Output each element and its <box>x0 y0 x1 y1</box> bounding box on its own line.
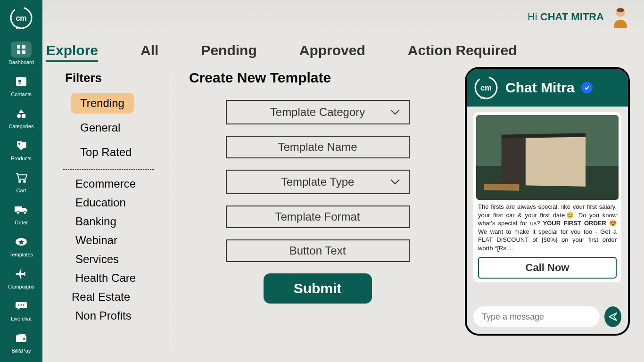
svg-point-9 <box>17 114 21 118</box>
filter-trending[interactable]: Trending <box>71 93 134 114</box>
filter-banking[interactable]: Banking <box>52 212 165 231</box>
plane-icon <box>15 269 27 279</box>
sidebar-item-contacts[interactable]: Contacts <box>11 74 32 97</box>
tab-pending[interactable]: Pending <box>201 42 256 58</box>
tab-explore[interactable]: Explore <box>46 42 98 62</box>
filter-divider <box>63 169 154 170</box>
sidebar-label: Contacts <box>11 91 31 97</box>
topbar: Hi CHAT MITRA <box>42 0 644 34</box>
star-badge-icon <box>15 238 27 246</box>
sidebar-item-billpay[interactable]: Bill&Pay <box>11 330 32 354</box>
svg-point-21 <box>23 304 25 306</box>
call-now-button[interactable]: Call Now <box>478 257 617 279</box>
svg-point-23 <box>23 338 25 340</box>
sidebar-item-templates[interactable]: Templates <box>9 234 33 257</box>
message-input[interactable] <box>473 306 600 327</box>
tab-approved[interactable]: Approved <box>299 42 365 58</box>
user-avatar-icon[interactable] <box>611 6 630 28</box>
svg-point-7 <box>18 80 21 82</box>
sidebar-label: Campaigns <box>8 284 34 289</box>
template-category-select[interactable]: Template Category <box>226 100 410 124</box>
filter-realestate[interactable]: Real Estate <box>52 288 165 306</box>
tag-icon <box>16 140 27 151</box>
sidebar-label: Bill&Pay <box>12 348 31 354</box>
chevron-down-icon <box>390 179 400 185</box>
chat-icon <box>15 301 27 311</box>
contact-icon <box>16 77 27 86</box>
button-text-input[interactable]: Button Text <box>226 239 410 262</box>
sidebar-label: Categories <box>8 123 33 129</box>
message-input-row <box>467 306 628 334</box>
sidebar-label: Dashboard <box>8 59 34 65</box>
filter-services[interactable]: Services <box>52 250 165 269</box>
app-logo: cm <box>7 4 35 32</box>
filter-top-rated[interactable]: Top Rated <box>71 142 141 163</box>
tabs: Explore All Pending Approved Action Requ… <box>42 34 644 67</box>
cart-icon <box>15 173 27 183</box>
svg-point-12 <box>19 181 21 182</box>
svg-rect-5 <box>22 50 25 54</box>
svg-rect-4 <box>17 50 20 54</box>
svg-point-20 <box>21 304 22 306</box>
filters-panel: Filters Trending General Top Rated Ecomm… <box>52 67 165 357</box>
template-type-select[interactable]: Template Type <box>226 170 410 194</box>
message-image <box>476 115 619 200</box>
form-title: Create New Template <box>189 70 446 86</box>
tab-action-required[interactable]: Action Required <box>408 42 517 58</box>
svg-rect-10 <box>22 114 25 118</box>
sidebar-item-campaigns[interactable]: Campaigns <box>8 266 34 289</box>
sidebar-item-order[interactable]: Order <box>11 202 32 225</box>
sidebar-item-cart[interactable]: Cart <box>11 170 32 193</box>
svg-point-15 <box>17 211 19 214</box>
form-panel: Create New Template Template Category Te… <box>175 67 460 357</box>
svg-marker-8 <box>18 109 24 113</box>
chevron-down-icon <box>390 109 400 115</box>
sidebar-item-dashboard[interactable]: Dashboard <box>8 41 34 65</box>
svg-point-11 <box>18 143 20 145</box>
filter-webinar[interactable]: Webinar <box>52 231 165 250</box>
preview-panel: cm Chat Mitra The firsts are always spec… <box>465 67 635 357</box>
grid-icon <box>16 44 27 55</box>
sidebar-item-livechat[interactable]: Live chat <box>11 298 32 321</box>
filter-education[interactable]: Education <box>52 193 165 212</box>
svg-point-16 <box>24 211 26 214</box>
vertical-divider <box>170 72 170 353</box>
message-card: The firsts are always special, like your… <box>473 112 621 282</box>
wallet-icon <box>15 333 27 343</box>
svg-rect-3 <box>22 45 25 49</box>
phone-preview: cm Chat Mitra The firsts are always spec… <box>465 67 630 336</box>
svg-text:cm: cm <box>480 83 492 92</box>
greeting: Hi CHAT MITRA <box>528 11 604 23</box>
preview-header: cm Chat Mitra <box>467 69 628 107</box>
sidebar-item-products[interactable]: Products <box>11 138 32 161</box>
truck-icon <box>14 205 28 214</box>
svg-text:cm: cm <box>16 14 26 22</box>
tab-all[interactable]: All <box>140 42 158 58</box>
sidebar-label: Products <box>11 156 31 161</box>
filter-nonprofits[interactable]: Non Profits <box>52 306 165 325</box>
svg-rect-14 <box>15 206 22 212</box>
svg-rect-6 <box>16 77 26 86</box>
sidebar: cm Dashboard Contacts Categories Product… <box>0 0 42 362</box>
sidebar-item-categories[interactable]: Categories <box>8 106 33 129</box>
send-button[interactable] <box>604 306 621 327</box>
main-area: Hi CHAT MITRA Explore All Pending Approv… <box>42 0 644 362</box>
svg-point-19 <box>18 304 20 306</box>
filter-ecommerce[interactable]: Ecommerce <box>52 174 165 193</box>
filters-title: Filters <box>65 71 165 85</box>
sidebar-label: Cart <box>17 188 26 193</box>
svg-rect-2 <box>17 45 20 49</box>
preview-title: Chat Mitra <box>505 80 575 96</box>
send-icon <box>608 312 618 322</box>
template-format-input[interactable]: Template Format <box>226 206 410 228</box>
sidebar-label: Order <box>15 220 28 225</box>
template-name-input[interactable]: Template Name <box>226 136 410 158</box>
filter-healthcare[interactable]: Health Care <box>52 269 165 288</box>
submit-button[interactable]: Submit <box>264 273 372 304</box>
preview-logo-icon: cm <box>473 75 499 100</box>
shapes-icon <box>16 109 27 118</box>
sidebar-label: Templates <box>9 252 33 257</box>
filter-general[interactable]: General <box>71 117 130 138</box>
sidebar-label: Live chat <box>11 316 32 321</box>
message-text: The firsts are always special, like your… <box>476 203 619 254</box>
